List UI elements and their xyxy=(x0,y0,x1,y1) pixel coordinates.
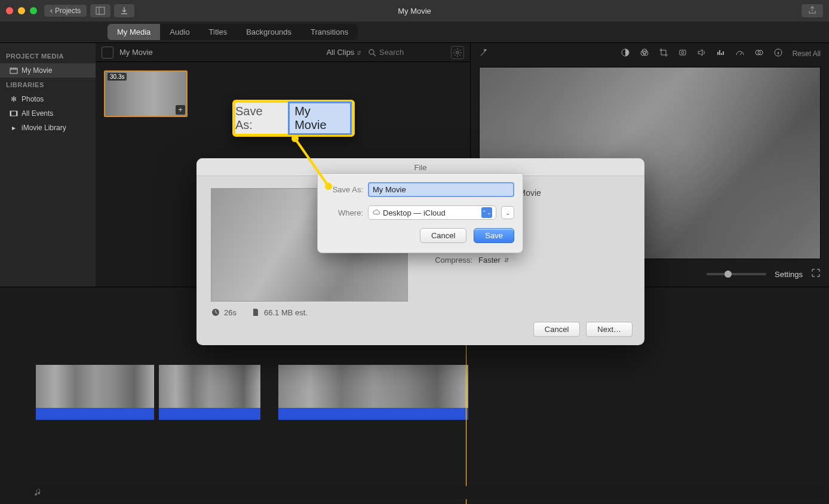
callout-label: Save As: xyxy=(235,105,282,132)
where-label: Where: xyxy=(326,208,363,217)
music-note-icon xyxy=(33,488,43,497)
svg-line-7 xyxy=(373,54,376,56)
window-controls xyxy=(6,7,37,14)
timeline-clip[interactable] xyxy=(159,365,260,420)
gear-icon xyxy=(453,48,462,57)
info-icon[interactable] xyxy=(773,48,783,60)
speed-icon[interactable] xyxy=(735,48,745,60)
list-view-toggle[interactable] xyxy=(102,47,113,59)
export-filesize: 66.1 MB est. xyxy=(251,308,308,317)
updown-icon: ⇵ xyxy=(357,50,361,56)
svg-rect-0 xyxy=(96,7,105,14)
layout-icon xyxy=(96,6,105,16)
tab-transitions[interactable]: Transitions xyxy=(301,24,358,40)
reset-all-button[interactable]: Reset All xyxy=(793,50,821,58)
close-window-icon[interactable] xyxy=(6,7,13,14)
callout-field-value: My Movie xyxy=(288,102,352,135)
search-input[interactable] xyxy=(379,48,445,57)
magic-wand-icon[interactable] xyxy=(479,48,489,60)
viewer-settings-button[interactable]: Settings xyxy=(775,270,803,279)
annotation-connector xyxy=(293,136,333,189)
filter-icon[interactable] xyxy=(754,48,764,60)
saveas-input[interactable] xyxy=(368,182,514,197)
crop-icon[interactable] xyxy=(659,48,668,60)
sidebar-header-project-media: PROJECT MEDIA xyxy=(0,49,96,63)
sidebar-item-label: iMovie Library xyxy=(22,124,66,132)
sidebar-item-label: All Events xyxy=(22,109,53,118)
svg-point-14 xyxy=(681,51,684,54)
where-dropdown[interactable]: Desktop — iCloud ⌃⌄ xyxy=(368,205,496,220)
browser-settings-button[interactable] xyxy=(451,46,464,59)
disclosure-triangle-icon: ▸ xyxy=(10,124,18,132)
slider-knob[interactable] xyxy=(724,271,732,278)
sidebar: PROJECT MEDIA My Movie LIBRARIES ✻ Photo… xyxy=(0,43,96,287)
browser-toolbar: My Movie All Clips ⇵ xyxy=(96,43,470,62)
add-clip-button[interactable]: + xyxy=(176,105,185,115)
compress-value[interactable]: Faster xyxy=(478,256,501,265)
clock-icon xyxy=(211,308,220,317)
tab-audio[interactable]: Audio xyxy=(160,24,199,40)
where-value: Desktop — iCloud xyxy=(383,208,446,217)
import-button[interactable] xyxy=(114,4,134,17)
compress-label: Compress: xyxy=(422,256,472,265)
save-sheet: Save As: Where: Desktop — iCloud ⌃⌄ ⌄ Ca… xyxy=(317,173,523,253)
transport-right: Settings xyxy=(707,268,821,280)
clip-duration-badge: 30.3s xyxy=(108,73,127,81)
svg-point-21 xyxy=(325,183,332,190)
clapperboard-icon xyxy=(10,66,18,75)
tab-backgrounds[interactable]: Backgrounds xyxy=(237,24,301,40)
search-field[interactable] xyxy=(367,48,445,57)
equalizer-icon[interactable] xyxy=(716,48,726,60)
sidebar-item-imovie-library[interactable]: ▸ iMovie Library xyxy=(0,121,96,135)
svg-line-19 xyxy=(295,139,328,186)
cloud-icon xyxy=(372,208,380,217)
color-balance-icon[interactable] xyxy=(621,48,630,60)
event-name: My Movie xyxy=(119,48,153,57)
back-label: Projects xyxy=(55,7,81,15)
toggle-browser-button[interactable] xyxy=(90,4,110,17)
flower-icon: ✻ xyxy=(10,95,18,103)
save-button[interactable]: Save xyxy=(474,228,514,243)
share-icon xyxy=(807,5,817,15)
viewer-toolbar: Reset All xyxy=(471,43,829,64)
sidebar-item-all-events[interactable]: All Events xyxy=(0,106,96,121)
document-icon xyxy=(251,308,260,317)
save-cancel-button[interactable]: Cancel xyxy=(420,228,466,243)
export-duration: 26s xyxy=(211,308,237,317)
tab-titles[interactable]: Titles xyxy=(199,24,237,40)
zoom-window-icon[interactable] xyxy=(30,7,37,14)
export-cancel-button[interactable]: Cancel xyxy=(533,322,580,337)
minimize-window-icon[interactable] xyxy=(18,7,25,14)
sidebar-item-photos[interactable]: ✻ Photos xyxy=(0,92,96,106)
clip-thumbnail[interactable]: 30.3s + xyxy=(104,70,188,117)
svg-point-8 xyxy=(456,51,459,53)
volume-icon[interactable] xyxy=(697,48,707,60)
download-icon xyxy=(119,6,129,16)
svg-point-20 xyxy=(291,135,299,142)
video-track xyxy=(0,365,829,420)
filmstrip-icon xyxy=(10,109,18,118)
svg-rect-5 xyxy=(16,111,17,116)
share-button[interactable] xyxy=(802,4,823,17)
back-projects-button[interactable]: ‹ Projects xyxy=(44,5,87,17)
color-correction-icon[interactable] xyxy=(640,48,649,60)
svg-rect-4 xyxy=(10,111,11,116)
sidebar-item-label: Photos xyxy=(22,95,44,103)
titlebar: ‹ Projects My Movie xyxy=(0,0,829,21)
timeline-clip[interactable] xyxy=(36,365,154,420)
stabilize-icon[interactable] xyxy=(678,48,687,60)
tab-my-media[interactable]: My Media xyxy=(108,24,160,40)
zoom-slider[interactable] xyxy=(707,273,766,275)
timeline-clip[interactable] xyxy=(278,365,468,420)
clips-filter[interactable]: All Clips ⇵ xyxy=(326,48,361,57)
chevron-left-icon: ‹ xyxy=(50,7,53,15)
music-track[interactable] xyxy=(29,486,823,499)
expand-save-dialog-button[interactable]: ⌄ xyxy=(501,206,514,219)
export-next-button[interactable]: Next… xyxy=(586,322,633,337)
fullscreen-icon[interactable] xyxy=(811,268,821,280)
svg-rect-13 xyxy=(680,50,686,55)
tab-segment: My Media Audio Titles Backgrounds Transi… xyxy=(108,24,358,40)
window-title: My Movie xyxy=(398,7,431,16)
sidebar-header-libraries: LIBRARIES xyxy=(0,78,96,92)
sidebar-item-my-movie[interactable]: My Movie xyxy=(0,63,96,78)
